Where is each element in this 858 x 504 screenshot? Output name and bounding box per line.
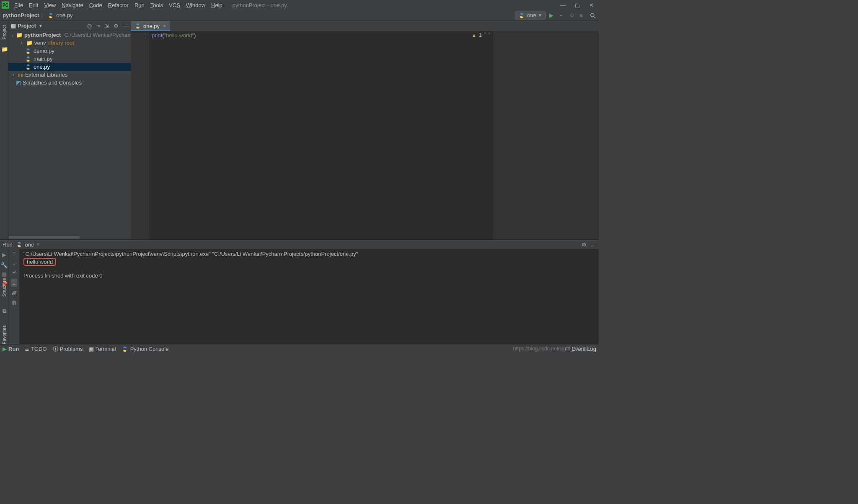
bottom-run[interactable]: ▶Run	[3, 346, 19, 352]
project-panel-title: Project	[18, 23, 36, 29]
run-title: Run:	[3, 242, 14, 248]
structure-tool-tab[interactable]: Structure	[2, 276, 7, 298]
editor-minimap[interactable]	[493, 31, 599, 239]
warning-count: 1	[479, 32, 482, 38]
folder-icon: 📁	[1, 46, 7, 52]
navigation-bar: pythonProject 〉 one.py one ▼ ▶ ⌁ ⟲ ■	[0, 10, 599, 21]
python-icon	[122, 346, 128, 352]
project-tool-tab[interactable]: Project	[2, 23, 7, 41]
menu-refactor[interactable]: Refactor	[106, 1, 131, 9]
chevron-down-icon[interactable]: ˇ	[488, 32, 490, 38]
tab-close-icon[interactable]: ×	[36, 242, 39, 247]
chevron-up-icon[interactable]: ˆ	[484, 32, 486, 38]
coverage-icon[interactable]: ⟲	[569, 12, 576, 19]
editor-tab[interactable]: one.py ×	[131, 21, 170, 31]
code-area[interactable]: print("hello world") ▲ 1 ˆ ˇ	[149, 31, 493, 239]
console-output-highlight: hello world	[23, 258, 56, 266]
wrench-icon[interactable]: 🔧	[1, 262, 8, 268]
terminal-icon: ▣	[89, 346, 94, 352]
menu-vcs[interactable]: VCS	[166, 1, 183, 9]
breadcrumb-project[interactable]: pythonProject	[3, 12, 39, 18]
run-button-icon[interactable]: ▶	[549, 12, 556, 19]
expand-arrow-icon[interactable]: ›	[11, 72, 16, 77]
warning-icon: ▲	[471, 32, 476, 38]
close-icon[interactable]: ✕	[589, 2, 594, 8]
tab-close-icon[interactable]: ×	[163, 23, 166, 29]
menu-run[interactable]: Run	[132, 1, 147, 9]
structure-icon: ⧉	[3, 308, 6, 314]
run-console[interactable]: "C:\Users\Li Wenkai\PycharmProjects\pyth…	[19, 249, 599, 344]
pycharm-logo-icon: PC	[2, 1, 9, 9]
run-config-name: one	[527, 12, 536, 18]
inspection-badges[interactable]: ▲ 1 ˆ ˇ	[471, 32, 490, 38]
bottom-problems[interactable]: ⓘProblems	[53, 345, 83, 353]
tree-scratches[interactable]: ◩ Scratches and Consoles	[8, 79, 131, 87]
tree-file[interactable]: main.py	[8, 55, 131, 63]
debug-button-icon[interactable]: ⌁	[559, 12, 566, 19]
code-token: )	[194, 32, 196, 39]
down-icon[interactable]: ↓	[13, 260, 16, 266]
dropdown-caret-icon: ▼	[538, 13, 542, 18]
run-tab[interactable]: one ×	[16, 242, 39, 248]
menu-code[interactable]: Code	[87, 1, 105, 9]
menu-navigate[interactable]: Navigate	[59, 1, 85, 9]
tree-file-selected[interactable]: one.py	[8, 63, 131, 71]
menu-edit[interactable]: Edit	[26, 1, 41, 9]
project-tree[interactable]: ⌄ 📁 pythonProject C:\Users\Li Wenkai\Pyc…	[8, 31, 131, 235]
trash-icon[interactable]: 🗑	[11, 300, 17, 306]
minimize-icon[interactable]: —	[560, 2, 566, 8]
gear-icon[interactable]: ⚙	[581, 242, 587, 248]
scratches-icon: ◩	[16, 80, 21, 86]
bottom-todo[interactable]: ≣TODO	[25, 346, 47, 352]
bottom-terminal[interactable]: ▣Terminal	[89, 346, 116, 352]
tree-external[interactable]: › ⫾⫾ External Libraries	[8, 71, 131, 79]
python-file-icon	[25, 48, 31, 54]
expand-arrow-icon[interactable]: ⌄	[11, 33, 14, 37]
search-icon[interactable]	[589, 12, 596, 19]
console-line: Process finished with exit code 0	[23, 273, 594, 279]
folder-icon: 📁	[16, 32, 23, 38]
stop-icon[interactable]: ■	[579, 12, 586, 19]
rerun-icon[interactable]: ▶	[2, 252, 6, 258]
menu-tools[interactable]: Tools	[148, 1, 165, 9]
code-token: "hello world"	[164, 32, 194, 39]
maximize-icon[interactable]: ▢	[575, 2, 580, 8]
hide-icon[interactable]: —	[123, 23, 128, 29]
breadcrumb-file[interactable]: one.py	[56, 12, 72, 18]
favorites-tool-tab[interactable]: Favorites	[2, 324, 7, 346]
run-config-selector[interactable]: one ▼	[515, 11, 546, 20]
tree-root[interactable]: ⌄ 📁 pythonProject C:\Users\Li Wenkai\Pyc…	[8, 31, 131, 39]
run-tab-label: one	[25, 242, 34, 248]
status-bar: ▶Run ≣TODO ⓘProblems ▣Terminal Python Co…	[0, 344, 599, 353]
target-icon[interactable]: ◎	[87, 23, 92, 29]
settings-icon[interactable]: ⚙	[114, 23, 119, 29]
console-line: "C:\Users\Li Wenkai\PycharmProjects\pyth…	[23, 251, 594, 257]
tree-file[interactable]: demo.py	[8, 47, 131, 55]
expand-arrow-icon[interactable]: ›	[19, 41, 24, 45]
tree-venv[interactable]: › 📁 venv library root	[8, 39, 131, 47]
bottom-python-console[interactable]: Python Console	[122, 346, 169, 352]
python-file-icon	[48, 13, 54, 18]
menu-view[interactable]: View	[41, 1, 58, 9]
file-name: demo.py	[34, 48, 54, 54]
collapse-icon[interactable]: ⇥	[96, 23, 101, 29]
venv-name: venv	[34, 40, 46, 46]
editor-body[interactable]: 1 print("hello world") ▲ 1 ˆ ˇ	[131, 31, 599, 239]
print-icon[interactable]: 🖶	[11, 290, 17, 296]
menu-window[interactable]: Window	[183, 1, 208, 9]
venv-note: library root	[48, 40, 74, 46]
expand-icon[interactable]: ⇲	[105, 23, 109, 29]
scrollbar-thumb[interactable]	[8, 236, 80, 239]
hide-icon[interactable]: —	[591, 242, 596, 248]
scratches-label: Scratches and Consoles	[23, 80, 82, 86]
menu-file[interactable]: File	[12, 1, 26, 9]
editor-area: one.py × 1 print("hello world") ▲ 1 ˆ ˇ	[131, 21, 599, 239]
scroll-to-end-icon[interactable]: ⤓	[11, 279, 17, 287]
view-mode-caret-icon[interactable]: ▼	[39, 23, 43, 28]
soft-wrap-icon[interactable]: ⤶	[12, 269, 16, 275]
line-number: 1	[133, 32, 147, 39]
menu-help[interactable]: Help	[209, 1, 225, 9]
left-tool-gutter: Project 📁	[0, 21, 8, 239]
horizontal-scrollbar[interactable]	[8, 235, 131, 239]
up-icon[interactable]: ↑	[13, 250, 16, 256]
